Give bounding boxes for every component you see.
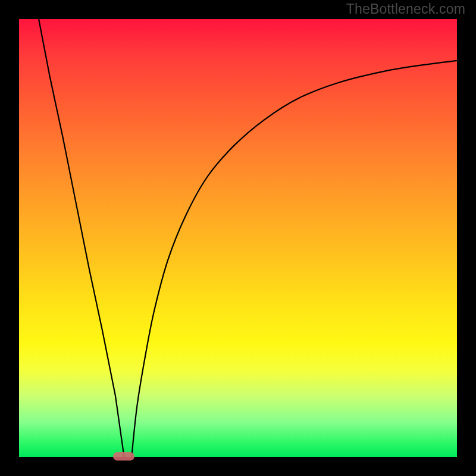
minimum-marker <box>113 452 134 461</box>
plot-area <box>19 19 457 457</box>
chart-frame: TheBottleneck.com <box>0 0 476 476</box>
watermark-text: TheBottleneck.com <box>346 1 465 17</box>
left-curve-path <box>39 19 124 457</box>
right-curve-path <box>131 61 457 457</box>
curve-svg <box>19 19 457 457</box>
